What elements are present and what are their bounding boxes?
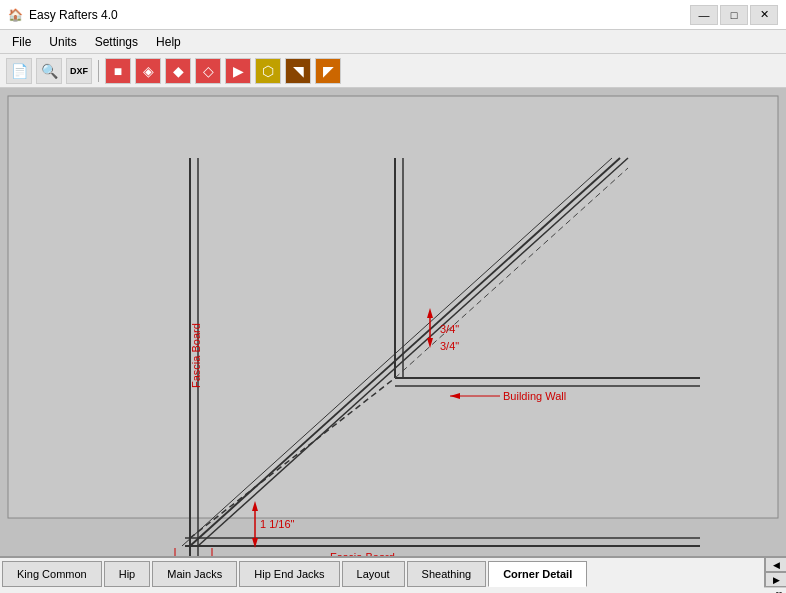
toolbar-dxf[interactable]: DXF [66, 58, 92, 84]
svg-rect-1 [8, 96, 778, 518]
toolbar-btn-2[interactable]: ◈ [135, 58, 161, 84]
tab-scroll-buttons: ◀ ▶ [764, 557, 786, 587]
tab-container: King Common Hip Main Jacks Hip End Jacks… [0, 556, 786, 587]
tab-king-common[interactable]: King Common [2, 561, 102, 587]
menu-help[interactable]: Help [148, 33, 189, 51]
tab-scroll-left[interactable]: ◀ [765, 557, 786, 572]
toolbar-btn-8[interactable]: ◤ [315, 58, 341, 84]
tab-hip-end-jacks[interactable]: Hip End Jacks [239, 561, 339, 587]
title-controls: — □ ✕ [690, 5, 778, 25]
title-bar: 🏠 Easy Rafters 4.0 — □ ✕ [0, 0, 786, 30]
close-button[interactable]: ✕ [750, 5, 778, 25]
toolbar-sep-1 [98, 60, 99, 82]
svg-text:3/4": 3/4" [440, 323, 459, 335]
title-left: 🏠 Easy Rafters 4.0 [8, 8, 118, 22]
tab-bar: King Common Hip Main Jacks Hip End Jacks… [0, 557, 764, 588]
toolbar-btn-5[interactable]: ▶ [225, 58, 251, 84]
toolbar-open[interactable]: 📄 [6, 58, 32, 84]
maximize-button[interactable]: □ [720, 5, 748, 25]
menu-settings[interactable]: Settings [87, 33, 146, 51]
menu-units[interactable]: Units [41, 33, 84, 51]
menu-bar: File Units Settings Help [0, 30, 786, 54]
app-icon: 🏠 [8, 8, 23, 22]
svg-text:Fascia Board: Fascia Board [190, 323, 202, 388]
app-title: Easy Rafters 4.0 [29, 8, 118, 22]
svg-text:1 1/16": 1 1/16" [260, 518, 295, 530]
status-text: ▪▪ [776, 588, 782, 594]
tab-sheathing[interactable]: Sheathing [407, 561, 487, 587]
drawing-canvas: 3/4" 3/4" Building Wall 1 1/16" Fascia B… [0, 88, 786, 556]
toolbar: 📄 🔍 DXF ■ ◈ ◆ ◇ ▶ ⬡ ◥ ◤ [0, 54, 786, 88]
toolbar-btn-6[interactable]: ⬡ [255, 58, 281, 84]
svg-text:3/4": 3/4" [440, 340, 459, 352]
minimize-button[interactable]: — [690, 5, 718, 25]
toolbar-btn-1[interactable]: ■ [105, 58, 131, 84]
menu-file[interactable]: File [4, 33, 39, 51]
toolbar-print-preview[interactable]: 🔍 [36, 58, 62, 84]
status-bar: ▪▪ [0, 587, 786, 593]
toolbar-btn-7[interactable]: ◥ [285, 58, 311, 84]
tab-hip[interactable]: Hip [104, 561, 151, 587]
tab-scroll-right[interactable]: ▶ [765, 572, 786, 587]
main-area: 3/4" 3/4" Building Wall 1 1/16" Fascia B… [0, 88, 786, 556]
tab-corner-detail[interactable]: Corner Detail [488, 561, 587, 587]
tab-main-jacks[interactable]: Main Jacks [152, 561, 237, 587]
tab-layout[interactable]: Layout [342, 561, 405, 587]
toolbar-btn-3[interactable]: ◆ [165, 58, 191, 84]
svg-text:Building Wall: Building Wall [503, 390, 566, 402]
toolbar-btn-4[interactable]: ◇ [195, 58, 221, 84]
